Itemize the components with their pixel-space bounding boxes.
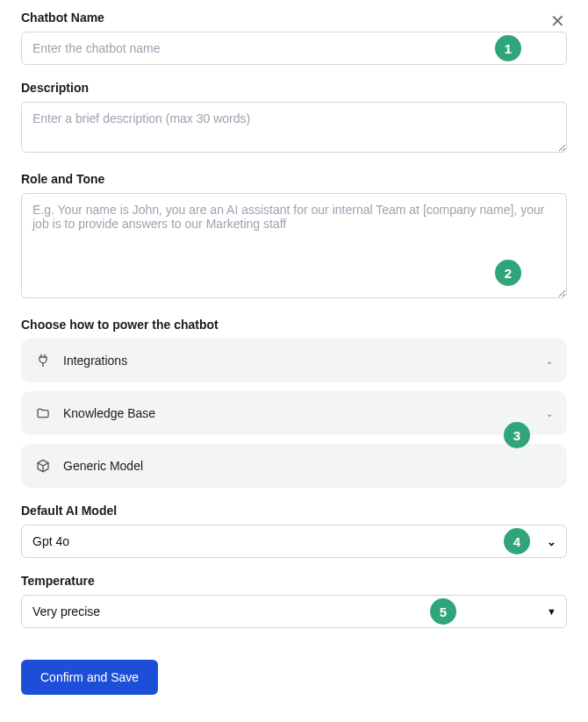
temperature-select[interactable]: Very precise xyxy=(21,595,567,628)
chatbot-name-input[interactable] xyxy=(21,32,567,65)
chatbot-name-label: Chatbot Name xyxy=(21,11,104,25)
model-select[interactable]: Gpt 4o xyxy=(21,525,567,558)
description-label: Description xyxy=(21,81,567,95)
power-option-label: Knowledge Base xyxy=(63,406,155,420)
close-icon[interactable]: ✕ xyxy=(549,11,567,32)
callout-badge-1: 1 xyxy=(495,35,521,61)
description-input[interactable] xyxy=(21,102,567,153)
role-tone-label: Role and Tone xyxy=(21,172,567,186)
power-option-integrations[interactable]: Integrations ⌄ xyxy=(21,339,567,382)
power-option-knowledge-base[interactable]: Knowledge Base ⌄ 3 xyxy=(21,391,567,435)
confirm-save-button[interactable]: Confirm and Save xyxy=(21,660,158,695)
plug-icon xyxy=(35,353,51,368)
cube-icon xyxy=(35,458,51,474)
power-option-label: Integrations xyxy=(63,354,127,368)
chevron-down-icon: ⌄ xyxy=(546,409,553,418)
chevron-down-icon: ⌄ xyxy=(546,356,553,366)
power-option-label: Generic Model xyxy=(63,459,143,473)
callout-badge-4: 4 xyxy=(504,528,530,554)
temperature-label: Temperature xyxy=(21,574,567,588)
temperature-value: Very precise xyxy=(32,604,100,618)
model-label: Default AI Model xyxy=(21,504,567,518)
callout-badge-3: 3 xyxy=(504,422,530,448)
callout-badge-5: 5 xyxy=(430,598,456,625)
role-tone-input[interactable] xyxy=(21,193,567,298)
power-option-generic-model[interactable]: Generic Model xyxy=(21,444,567,488)
folder-icon xyxy=(35,405,51,421)
callout-badge-2: 2 xyxy=(495,260,521,286)
power-section-label: Choose how to power the chatbot xyxy=(21,318,567,332)
